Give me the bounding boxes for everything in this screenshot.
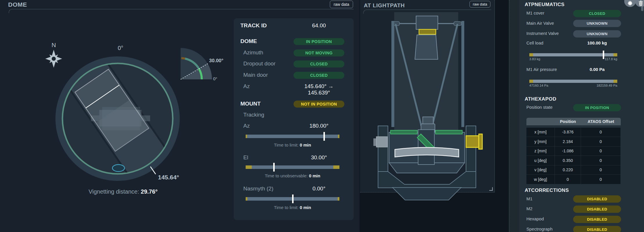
lightpath-raw-data-button[interactable]: raw data [469,1,490,8]
slider-cap [338,135,339,138]
main-door-status-badge: CLOSED [294,72,344,79]
slider-cap [333,165,339,169]
gear-icon [627,1,633,6]
m1-cover-status-badge: CLOSED [573,10,621,17]
correction-m2-label: M2 [526,206,533,211]
air-pressure-range: 47160.14 Pa 182159.49 Pa [529,84,617,87]
dropout-door-label: Dropout door [243,60,276,67]
mount-status-badge: NOT IN POSITION [294,101,344,108]
air-pressure-slider[interactable] [529,80,617,83]
nasmyth-time-label: Time to limit: [274,205,298,210]
table-row-offset: 0 [581,174,621,184]
table-row-name: x [mm] [526,127,555,137]
track-id-label: TRACK ID [240,22,267,29]
elevation-value-label: 30.00° [209,58,224,63]
m1-cover-left [391,130,417,134]
el-value: 30.00° [294,154,344,161]
tracking-label: Tracking [243,112,264,118]
slider-cap [529,80,533,83]
mount-az-slider[interactable] [246,135,339,138]
position-state-badge: IN POSITION [573,104,621,111]
cell-load-label: Cell load [526,40,543,45]
el-time-to-unobservable: Time to unobservable: 0 min [246,173,339,178]
mount-az-label: Az [243,123,250,129]
fork-arm-right [466,126,476,177]
application-window: DOME raw data N 0° [0,0,644,232]
az-time-value: 0 min [300,142,311,147]
instrument-valve-status-badge: UNKNOWN [573,30,621,38]
slider-cap [614,53,617,56]
cell-load-slider[interactable] [529,53,617,56]
main-door-label: Main door [243,72,268,78]
air-pressure-min: 47160.14 Pa [529,84,548,87]
az-time-label: Time to limit: [274,142,298,147]
cell-load-min: 3.83 kg [529,57,540,61]
dome-raw-data-button[interactable]: raw data [330,1,353,8]
mount-az-slider-marker[interactable] [323,132,325,141]
slider-cap [529,53,533,56]
slider-cap [338,197,339,201]
correction-m2-badge: DISABLED [573,206,621,213]
nasmyth-slider[interactable] [246,197,339,201]
el-slider-marker[interactable] [273,163,275,172]
dome-zero-degree-label: 0° [118,45,123,51]
pier [393,188,461,200]
el-label: El [243,154,248,161]
table-row-name: y [mm] [526,137,555,146]
table-header-offset: ATAOS Offset [581,118,621,125]
mount-section-label: MOUNT [240,101,261,107]
nasmyth-label: Nasmyth (2) [243,185,273,192]
position-state-label: Position state [526,105,553,110]
pneumatics-title: ATPNEUMATICS [525,2,564,8]
correction-spectrograph-label: Spectrograph [526,226,553,231]
trash-icon [638,1,643,6]
widget-resize-handle[interactable] [489,187,493,191]
table-row-name: w [deg] [526,174,555,184]
table-row-position: 0.220 [555,165,581,175]
az-time-to-limit: Time to limit: 0 min [246,142,339,147]
dome-panel-title: DOME [8,1,27,8]
table-row-name: v [deg] [526,165,555,175]
vignetting-label: Vignetting distance: [89,188,139,195]
m2-housing [416,16,438,29]
m2-vane-highlight [419,29,436,34]
port-right-active [466,136,479,147]
table-row-position: -1.086 [555,146,581,156]
correction-m1-label: M1 [526,196,533,201]
truss-left [391,21,394,127]
table-row-offset: 0 [581,146,621,156]
dome-status-badge: IN POSITION [294,38,344,45]
elevation-arc-limit [181,58,185,58]
m2-baffle [415,35,438,59]
track-id-value: 64.00 [294,22,344,29]
table-row-position: 2.184 [555,137,581,146]
dropout-door-status-badge: CLOSED [294,60,344,67]
port-left [376,137,387,147]
lightpath-panel-title: AT LIGHTPATH [364,2,405,9]
m1-cover-right [436,130,462,134]
table-row-offset: 0 [581,127,621,137]
slider-cap [614,80,617,83]
cell-load-value: 100.00 kg [573,40,621,45]
air-pressure-max: 182159.49 Pa [596,84,617,87]
air-pressure-label: M1 Air pressure [526,67,557,72]
dome-section-label: DOME [240,38,257,44]
tube-top [423,117,433,124]
azimuth-marker-label: 145.64° [158,174,179,181]
el-slider[interactable] [246,165,339,169]
compass-icon: N [45,42,62,68]
main-air-valve-status-badge: UNKNOWN [573,20,621,27]
m1-cover-label: M1 cover [526,10,544,15]
dome-azimuth-label: Azimuth [243,49,263,56]
slider-cap [246,135,247,138]
correction-spectrograph-badge: DISABLED [573,226,621,232]
vignetting-value: 29.76° [141,188,158,195]
corrections-title: ATCORRECTIONS [525,188,569,193]
dome-az-label: Az [243,83,250,90]
dome-floor-marker [112,165,125,172]
track-status-card: TRACK ID 64.00 DOME IN POSITION Azimuth … [234,18,354,220]
slider-cap [246,165,252,169]
telescope-lightpath-diagram [361,10,495,192]
table-row-offset: 0 [581,156,621,165]
nasmyth-slider-marker[interactable] [292,194,294,203]
